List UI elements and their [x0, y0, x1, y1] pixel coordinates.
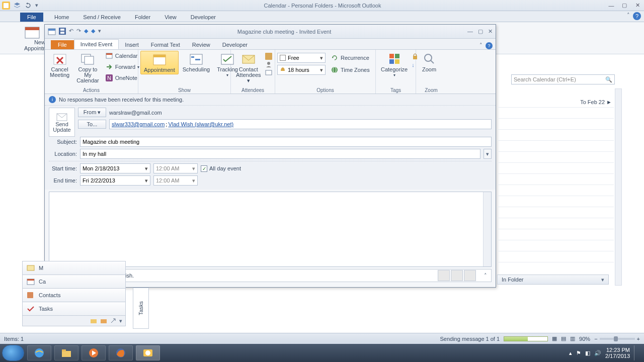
list-row[interactable] [497, 218, 614, 229]
list-row[interactable] [497, 152, 614, 163]
all-day-checkbox[interactable]: ✓All day event [201, 165, 241, 172]
to-button[interactable]: To... [78, 120, 106, 129]
maximize-button[interactable]: ▢ [620, 2, 629, 9]
tab-home[interactable]: Home [47, 13, 76, 22]
tab-file[interactable]: File [20, 13, 43, 22]
show-desktop-button[interactable] [634, 345, 639, 360]
next-icon[interactable]: ◆ [91, 28, 95, 36]
list-row[interactable] [497, 163, 614, 174]
avatar[interactable] [464, 270, 476, 281]
list-row[interactable] [497, 229, 614, 240]
in-folder-header[interactable]: In Folder ▾ [497, 275, 609, 285]
undo-icon[interactable] [24, 2, 32, 10]
help-icon[interactable]: ? [486, 42, 493, 49]
show-as-combo[interactable]: Free ▾ [277, 53, 326, 63]
location-field[interactable]: In my hall [80, 149, 480, 159]
nav-config-icon[interactable]: ▾ [119, 318, 122, 324]
view-normal-icon[interactable]: ▦ [552, 335, 557, 342]
calendar-button[interactable]: Calendar [103, 51, 141, 61]
tab-developer[interactable]: Developer [184, 13, 223, 22]
contact-attendees-button[interactable]: Contact Attendees ▾ [233, 51, 264, 84]
start-date-picker[interactable]: Mon 2/18/2013▾ [80, 163, 150, 173]
zoom-button[interactable]: Zoom [418, 51, 440, 73]
list-row[interactable] [497, 207, 614, 218]
avatar[interactable] [451, 270, 463, 281]
response-options-icon[interactable] [265, 69, 273, 76]
recipient-1[interactable]: slwar333@gmail.com [112, 121, 165, 127]
list-row[interactable] [497, 251, 614, 262]
scheduling-button[interactable]: Scheduling [180, 51, 213, 73]
child-minimize-button[interactable]: — [467, 28, 473, 35]
zoom-in-icon[interactable]: + [637, 336, 640, 342]
taskbar-firefox[interactable] [109, 345, 133, 360]
nav-mail[interactable]: M [22, 261, 126, 275]
nav-calendar[interactable]: Ca [22, 275, 126, 289]
send-receive-icon[interactable] [13, 2, 21, 10]
list-row[interactable] [497, 141, 614, 152]
time-zones-button[interactable]: Time Zones [329, 65, 372, 75]
right-scrollbar[interactable] [615, 88, 622, 286]
taskbar-media[interactable] [82, 345, 106, 360]
view-reading-icon[interactable]: ▥ [570, 335, 575, 342]
list-row[interactable] [497, 174, 614, 185]
meeting-tab-invited-event[interactable]: Invited Event [74, 39, 119, 49]
body-scrollbar[interactable] [483, 192, 491, 266]
taskbar-ie[interactable] [27, 345, 51, 360]
folder-icon[interactable] [100, 318, 107, 324]
tray-volume-icon[interactable]: 🔊 [594, 350, 601, 356]
child-maximize-button[interactable]: ▢ [478, 28, 483, 35]
tab-view[interactable]: View [157, 13, 184, 22]
tab-send-receive[interactable]: Send / Receive [76, 13, 128, 22]
view-list-icon[interactable]: ▤ [561, 335, 566, 342]
prev-icon[interactable]: ◆ [84, 28, 88, 36]
meeting-tab-developer[interactable]: Developer [216, 40, 254, 49]
shortcuts-icon[interactable] [110, 318, 116, 324]
address-book-icon[interactable] [265, 53, 273, 60]
subject-field[interactable]: Magazine club meeting [80, 137, 492, 147]
ribbon-minimize-icon[interactable]: ˄ [479, 42, 482, 49]
meeting-body[interactable] [49, 192, 492, 267]
list-row[interactable] [497, 130, 614, 141]
taskbar-outlook[interactable] [136, 345, 160, 360]
reminder-combo[interactable]: 18 hours ▾ [277, 65, 326, 75]
people-pane-toggle-icon[interactable]: ˄ [484, 273, 487, 279]
avatar[interactable] [438, 270, 450, 281]
copy-to-calendar-button[interactable]: Copy to My Calendar [73, 51, 102, 84]
nav-tasks[interactable]: Tasks [22, 302, 126, 316]
location-dropdown-icon[interactable]: ▾ [484, 149, 492, 159]
nav-contacts[interactable]: Contacts [22, 288, 126, 302]
help-icon[interactable]: ? [633, 12, 641, 20]
meeting-tab-insert[interactable]: Insert [119, 40, 145, 49]
tab-folder[interactable]: Folder [128, 13, 157, 22]
list-row[interactable] [497, 240, 614, 251]
zoom-slider[interactable]: − + [594, 336, 640, 342]
recipient-2[interactable]: Vlad Wish (slwar@ukr.net) [168, 121, 233, 127]
save-icon[interactable] [59, 28, 66, 36]
taskbar-explorer[interactable] [54, 345, 78, 360]
undo-icon[interactable]: ↶ [69, 28, 73, 36]
folder-icon[interactable] [90, 318, 97, 324]
ribbon-minimize-icon[interactable]: ˄ [627, 12, 630, 20]
appointment-button[interactable]: Appointment [140, 51, 179, 74]
send-update-button[interactable]: Send Update [49, 108, 75, 137]
categorize-button[interactable]: Categorize ▾ [378, 51, 411, 79]
forward-button[interactable]: Forward▾ [103, 62, 141, 72]
meeting-tab-file[interactable]: File [51, 40, 74, 49]
minimize-button[interactable]: — [607, 2, 616, 9]
end-date-picker[interactable]: Fri 2/22/2013▾ [80, 175, 150, 186]
onenote-button[interactable]: NOneNote [103, 73, 141, 83]
tray-show-hidden-icon[interactable]: ▴ [569, 350, 572, 356]
tray-network-icon[interactable]: ◧ [585, 350, 590, 356]
start-button[interactable] [2, 345, 24, 361]
close-button[interactable]: ✕ [633, 2, 642, 9]
list-row[interactable] [497, 119, 614, 130]
zoom-out-icon[interactable]: − [594, 336, 597, 342]
search-calendar-input[interactable]: Search Calendar (Ctrl+E) 🔍 [511, 74, 615, 84]
meeting-tab-review[interactable]: Review [186, 40, 216, 49]
child-close-button[interactable]: ✕ [488, 28, 493, 35]
cancel-meeting-button[interactable]: Cancel Meeting [47, 51, 72, 79]
meeting-tab-format-text[interactable]: Format Text [145, 40, 186, 49]
tasks-pane-collapsed[interactable]: Tasks [133, 288, 149, 329]
list-row[interactable] [497, 108, 614, 119]
tray-clock[interactable]: 12:23 PM 2/17/2013 [605, 347, 630, 359]
